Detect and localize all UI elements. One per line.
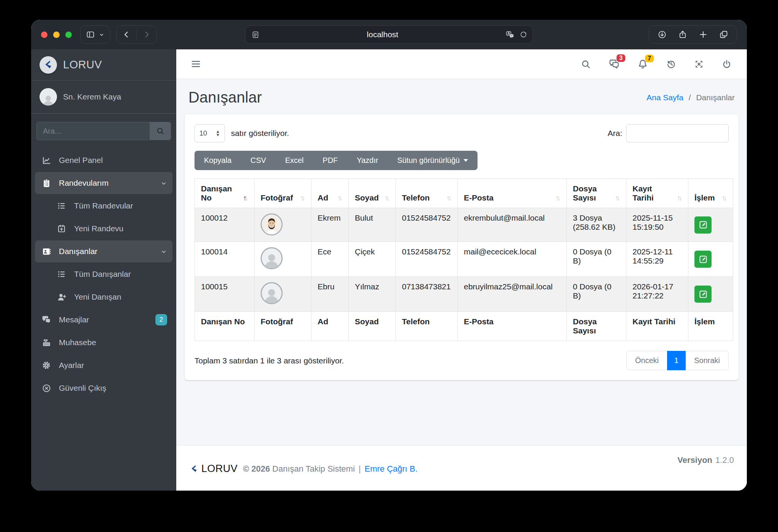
cell-last-name: Yılmaz bbox=[349, 277, 396, 312]
col-header-islem[interactable]: İşlem↑↓ bbox=[688, 179, 733, 208]
tabs-icon bbox=[719, 30, 728, 39]
user-panel[interactable]: Sn. Kerem Kaya bbox=[31, 81, 176, 114]
sidebar-item-mesajlar[interactable]: Mesajlar 2 bbox=[35, 309, 172, 331]
pdf-button[interactable]: PDF bbox=[313, 151, 347, 170]
col-header-fotograf[interactable]: Fotoğraf↑↓ bbox=[255, 179, 312, 208]
sidebar-search-button[interactable] bbox=[150, 122, 171, 140]
version-label: Versiyon bbox=[677, 455, 712, 465]
sidebar-item-label: Ayarlar bbox=[59, 361, 84, 370]
sidebar-item-guvenli-cikis[interactable]: Güvenli Çıkış bbox=[35, 377, 172, 399]
toolbar-right-group bbox=[649, 25, 737, 44]
browser-sidebar-toggle-button[interactable] bbox=[86, 26, 95, 43]
navbar-history-button[interactable] bbox=[666, 59, 676, 69]
tab-overview-button[interactable] bbox=[719, 26, 728, 43]
sidebar-item-genel-panel[interactable]: Genel Panel bbox=[35, 149, 172, 171]
sidebar-item-danisanlar[interactable]: Danışanlar bbox=[35, 240, 172, 262]
page-title: Danışanlar bbox=[188, 89, 262, 106]
footer-copyright: © 2026 bbox=[243, 464, 270, 474]
edit-client-button[interactable] bbox=[694, 251, 712, 268]
table-info-text: Toplam 3 satırdan 1 ile 3 arası gösteril… bbox=[194, 356, 344, 365]
window-controls bbox=[41, 32, 72, 38]
navbar-search-button[interactable] bbox=[581, 59, 591, 69]
navbar-fullscreen-button[interactable] bbox=[694, 59, 704, 69]
downloads-button[interactable] bbox=[658, 26, 667, 43]
translate-icon[interactable] bbox=[506, 30, 514, 39]
excel-button[interactable]: Excel bbox=[275, 151, 313, 170]
browser-sidebar-menu-button[interactable] bbox=[99, 26, 104, 43]
forward-button[interactable] bbox=[137, 26, 157, 43]
id-card-icon bbox=[40, 247, 52, 256]
sidebar-item-randevularim[interactable]: Randevularım bbox=[35, 172, 172, 194]
minimize-window-button[interactable] bbox=[53, 32, 60, 38]
foot-eposta: E-Posta bbox=[458, 312, 567, 341]
new-tab-button[interactable] bbox=[699, 26, 708, 43]
sidebar-item-tum-danisanlar[interactable]: Tüm Danışanlar bbox=[35, 263, 172, 285]
address-bar[interactable]: localhost bbox=[245, 25, 533, 44]
col-header-kayit-tarihi[interactable]: Kayıt Tarihi↑↓ bbox=[626, 179, 688, 208]
col-header-eposta[interactable]: E-Posta↑↓ bbox=[458, 179, 567, 208]
select-stepper-icon: ▲▼ bbox=[216, 130, 220, 137]
col-header-danisan-no[interactable]: Danışan No↑↓ bbox=[195, 179, 255, 208]
page-length-select[interactable]: 10 ▲▼ bbox=[194, 124, 225, 142]
user-avatar bbox=[40, 88, 57, 106]
share-button[interactable] bbox=[678, 26, 687, 43]
sidebar-item-ayarlar[interactable]: Ayarlar bbox=[35, 354, 172, 376]
reader-icon[interactable] bbox=[251, 31, 259, 39]
col-header-soyad[interactable]: Soyad↑↓ bbox=[349, 179, 396, 208]
edit-client-button[interactable] bbox=[694, 286, 712, 303]
sidebar-collapse-button[interactable] bbox=[191, 59, 201, 69]
sidebar-menu: Genel Panel Randevularım Tüm Randevular … bbox=[31, 145, 176, 404]
sidebar-search-input[interactable] bbox=[36, 122, 150, 140]
url-text[interactable]: localhost bbox=[259, 30, 506, 39]
print-button[interactable]: Yazdır bbox=[347, 151, 387, 170]
cell-email: ebruyilmaz25@mail.local bbox=[458, 277, 567, 312]
cell-first-name: Ebru bbox=[312, 277, 349, 312]
comments-icon bbox=[40, 315, 52, 325]
pagination-page-1-button[interactable]: 1 bbox=[667, 351, 686, 370]
cell-email: mail@ececicek.local bbox=[458, 242, 567, 277]
table-search-input[interactable] bbox=[626, 124, 729, 142]
navbar-notifications-button[interactable]: 7 bbox=[637, 59, 648, 69]
edit-client-button[interactable] bbox=[694, 216, 712, 234]
close-window-button[interactable] bbox=[41, 32, 47, 38]
breadcrumb-home-link[interactable]: Ana Sayfa bbox=[647, 93, 683, 102]
cell-first-name: Ekrem bbox=[312, 208, 349, 242]
pagination-next-button[interactable]: Sonraki bbox=[685, 351, 729, 370]
foot-dosya-sayisi: Dosya Sayısı bbox=[567, 312, 626, 341]
col-header-ad[interactable]: Ad↑↓ bbox=[312, 179, 349, 208]
col-header-dosya-sayisi[interactable]: Dosya Sayısı↑↓ bbox=[567, 179, 626, 208]
sidebar-item-yeni-randevu[interactable]: Yeni Randevu bbox=[35, 218, 172, 240]
sidebar-item-label: Tüm Danışanlar bbox=[74, 270, 131, 279]
expand-arrows-icon bbox=[694, 59, 704, 69]
footer-author-link[interactable]: Emre Çağrı B. bbox=[365, 464, 417, 474]
cell-action bbox=[688, 277, 733, 312]
pagination-previous-button[interactable]: Önceki bbox=[626, 351, 667, 370]
column-visibility-button[interactable]: Sütun görünürlüğü bbox=[388, 151, 478, 170]
col-header-telefon[interactable]: Telefon↑↓ bbox=[396, 179, 458, 208]
back-button[interactable] bbox=[117, 26, 136, 43]
reload-icon[interactable] bbox=[520, 31, 527, 38]
csv-button[interactable]: CSV bbox=[241, 151, 275, 170]
notifications-badge: 7 bbox=[645, 55, 654, 62]
loruv-footer-logo-icon bbox=[189, 464, 199, 474]
navbar-messages-button[interactable]: 3 bbox=[609, 58, 620, 69]
sidebar-item-label: Güvenli Çıkış bbox=[59, 384, 106, 393]
zoom-window-button[interactable] bbox=[65, 32, 72, 38]
sidebar-item-muhasebe[interactable]: Muhasebe bbox=[35, 332, 172, 354]
caret-down-icon bbox=[463, 159, 468, 162]
navbar-power-button[interactable] bbox=[722, 59, 732, 69]
chevron-right-icon bbox=[142, 30, 151, 39]
brand[interactable]: LORUV bbox=[31, 49, 176, 81]
sidebar-item-yeni-danisan[interactable]: Yeni Danışan bbox=[35, 286, 172, 308]
content-area: Danışanlar Ana Sayfa / Danışanlar 10 ▲▼ … bbox=[176, 79, 747, 445]
copy-button[interactable]: Kopyala bbox=[194, 151, 241, 170]
history-nav-group bbox=[116, 25, 157, 44]
foot-telefon: Telefon bbox=[396, 312, 458, 341]
cell-registered: 2025-11-15 15:19:50 bbox=[626, 208, 688, 242]
footer-app-name: Danışan Takip Sistemi bbox=[272, 464, 355, 474]
cell-registered: 2026-01-17 21:27:22 bbox=[626, 277, 688, 312]
table-footer-row: Danışan No Fotoğraf Ad Soyad Telefon E-P… bbox=[195, 312, 733, 341]
cell-files: 0 Dosya (0 B) bbox=[567, 277, 626, 312]
cell-files: 0 Dosya (0 B) bbox=[567, 242, 626, 277]
sidebar-item-tum-randevular[interactable]: Tüm Randevular bbox=[35, 195, 172, 217]
